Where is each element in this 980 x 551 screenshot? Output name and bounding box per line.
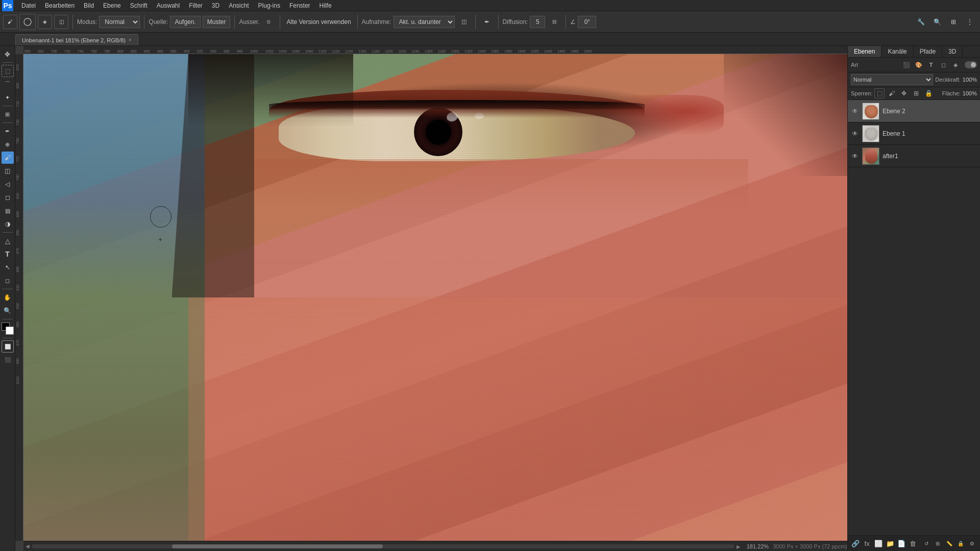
- text-tool[interactable]: T: [2, 248, 14, 260]
- fill-label: Fläche:: [942, 90, 961, 96]
- hscroll-track[interactable]: [32, 544, 734, 548]
- quick-mask-btn[interactable]: ⬜: [2, 340, 14, 353]
- sample-toggle-icon[interactable]: ◫: [457, 15, 471, 29]
- aufnahme-select[interactable]: Akt. u. darunter: [394, 16, 455, 28]
- hscroll-left[interactable]: ◀: [26, 543, 30, 549]
- menu-fenster[interactable]: Fenster: [285, 1, 314, 10]
- brush-preset-picker[interactable]: 🖌: [3, 15, 17, 29]
- layer-visibility-ebene2[interactable]: 👁: [851, 107, 859, 115]
- sep6: [475, 15, 476, 29]
- screen-mode-btn[interactable]: ⬛: [2, 354, 14, 366]
- tab-ebenen[interactable]: Ebenen: [848, 46, 881, 57]
- diffusion-icon[interactable]: ⊟: [547, 15, 561, 29]
- diffusion-label: Diffusion:: [503, 18, 528, 26]
- tab-close-btn[interactable]: ×: [129, 37, 132, 43]
- angle-input[interactable]: [578, 16, 596, 28]
- sep8: [566, 15, 566, 29]
- zoom-tool[interactable]: 🔍: [2, 305, 14, 317]
- menu-bearbeiten[interactable]: Bearbeiten: [41, 1, 79, 10]
- more-icon[interactable]: ⋮: [963, 15, 977, 29]
- menu-schrift[interactable]: Schrift: [126, 1, 152, 10]
- canvas-lock-btn[interactable]: 🔒: [956, 538, 965, 549]
- menu-ansicht[interactable]: Ansicht: [225, 1, 253, 10]
- lock-paint-btn[interactable]: 🖌: [887, 88, 897, 98]
- history-brush-tool[interactable]: ◁: [2, 178, 14, 190]
- modus-select[interactable]: Normal: [99, 16, 140, 28]
- brush-tool[interactable]: 🖌: [2, 152, 14, 164]
- sample-all-layers-icon[interactable]: ⊙: [261, 15, 276, 29]
- lock-position-btn[interactable]: ✥: [899, 88, 909, 98]
- tab-pfade[interactable]: Pfade: [914, 46, 942, 57]
- move-tool[interactable]: ✥: [2, 48, 14, 60]
- create-group-btn[interactable]: 📁: [885, 538, 894, 549]
- link-layers-btn[interactable]: 🔗: [851, 538, 860, 549]
- hand-tool[interactable]: ✋: [2, 291, 14, 304]
- kind-pixel-filter[interactable]: ⬛: [901, 60, 912, 70]
- layer-visibility-ebene1[interactable]: 👁: [851, 130, 859, 138]
- menu-plugins[interactable]: Plug-ins: [254, 1, 284, 10]
- brush-pressure-btn[interactable]: ◈: [38, 15, 52, 29]
- search-icon[interactable]: 🔍: [930, 15, 944, 29]
- healing-icon[interactable]: ✒: [480, 15, 494, 29]
- add-mask-btn[interactable]: ⬜: [874, 538, 883, 549]
- menu-filter[interactable]: Filter: [185, 1, 207, 10]
- menu-bild[interactable]: Bild: [80, 1, 98, 10]
- diffusion-input[interactable]: [530, 16, 545, 28]
- menu-3d[interactable]: 3D: [208, 1, 224, 10]
- kind-shape-filter[interactable]: ◻: [938, 60, 948, 70]
- shape-tool[interactable]: ◻: [2, 274, 14, 287]
- canvas-rotate-btn[interactable]: ↺: [922, 538, 931, 549]
- magic-wand-tool[interactable]: ✦: [2, 91, 14, 104]
- brush-flow-btn[interactable]: ◫: [54, 15, 68, 29]
- lasso-tool[interactable]: ⌒: [2, 78, 14, 90]
- eraser-tool[interactable]: ◻: [2, 191, 14, 204]
- alte-version-btn[interactable]: Alte Version verwenden: [284, 18, 353, 26]
- layer-item-ebene2[interactable]: 👁 Ebene 2: [848, 100, 980, 122]
- left-tool-panel: ✥ ⬚ ⌒ ✦ ⊞ ✒ ⊕ 🖌 ◫ ◁ ◻ ▤ ◑ △ T ↖ ◻ ✋ 🔍 ⬜: [0, 46, 15, 551]
- add-style-btn[interactable]: fx: [862, 538, 871, 549]
- gradient-tool[interactable]: ▤: [2, 205, 14, 217]
- arrange-icon[interactable]: ⊞: [946, 15, 961, 29]
- hscroll-thumb[interactable]: [172, 544, 383, 548]
- document-tab[interactable]: Unbenannt-1 bei 181% (Ebene 2, RGB/8) ×: [15, 34, 138, 45]
- crop-tool[interactable]: ⊞: [2, 108, 14, 120]
- clone-stamp-tool[interactable]: ◫: [2, 165, 14, 177]
- kind-type-filter[interactable]: T: [926, 60, 936, 70]
- workspace-icon[interactable]: 🔧: [914, 15, 928, 29]
- eyedropper-tool[interactable]: ✒: [2, 125, 14, 137]
- panel-tabs: Ebenen Kanäle Pfade 3D: [848, 46, 980, 58]
- kind-adj-filter[interactable]: 🎨: [914, 60, 924, 70]
- delete-layer-btn[interactable]: 🗑: [908, 538, 917, 549]
- menu-ebene[interactable]: Ebene: [99, 1, 125, 10]
- muster-button[interactable]: Muster: [203, 16, 231, 28]
- create-layer-btn[interactable]: 📄: [897, 538, 906, 549]
- lock-all-btn[interactable]: 🔒: [923, 88, 934, 98]
- rectangular-marquee-tool[interactable]: ⬚: [2, 65, 14, 77]
- filter-toggle[interactable]: [965, 61, 977, 68]
- layer-visibility-after1[interactable]: 👁: [851, 152, 859, 160]
- menu-hilfe[interactable]: Hilfe: [315, 1, 336, 10]
- kind-smart-filter[interactable]: ◈: [950, 60, 961, 70]
- layer-item-ebene1[interactable]: 👁 Ebene 1: [848, 122, 980, 145]
- sep7: [498, 15, 499, 29]
- tab-kanaele[interactable]: Kanäle: [881, 46, 913, 57]
- tab-3d[interactable]: 3D: [942, 46, 963, 57]
- aufgen-button[interactable]: Aufgen.: [170, 16, 200, 28]
- hscroll-right[interactable]: ▶: [737, 544, 741, 549]
- healing-brush-tool[interactable]: ⊕: [2, 138, 14, 151]
- blend-mode-select[interactable]: Normal: [851, 74, 933, 85]
- lock-artboard-btn[interactable]: ⊞: [911, 88, 921, 98]
- lock-transparent-btn[interactable]: ⬚: [874, 88, 885, 98]
- canvas-grid-btn[interactable]: ⊞: [933, 538, 942, 549]
- canvas-ruler-btn[interactable]: 📏: [945, 538, 954, 549]
- menu-auswahl[interactable]: Auswahl: [153, 1, 184, 10]
- menu-datei[interactable]: Datei: [17, 1, 40, 10]
- blur-tool[interactable]: ◑: [2, 218, 14, 230]
- ausser-label: Ausser.: [239, 18, 259, 26]
- canvas-settings-btn[interactable]: ⚙: [968, 538, 977, 549]
- pen-tool[interactable]: △: [2, 235, 14, 247]
- color-swatches[interactable]: [2, 322, 14, 335]
- path-select-tool[interactable]: ↖: [2, 261, 14, 273]
- hscrollbar[interactable]: ◀ ▶ 181.22% 3000 Px × 3000 Px (72 ppcm): [23, 541, 847, 551]
- layer-item-after1[interactable]: 👁 after1: [848, 145, 980, 167]
